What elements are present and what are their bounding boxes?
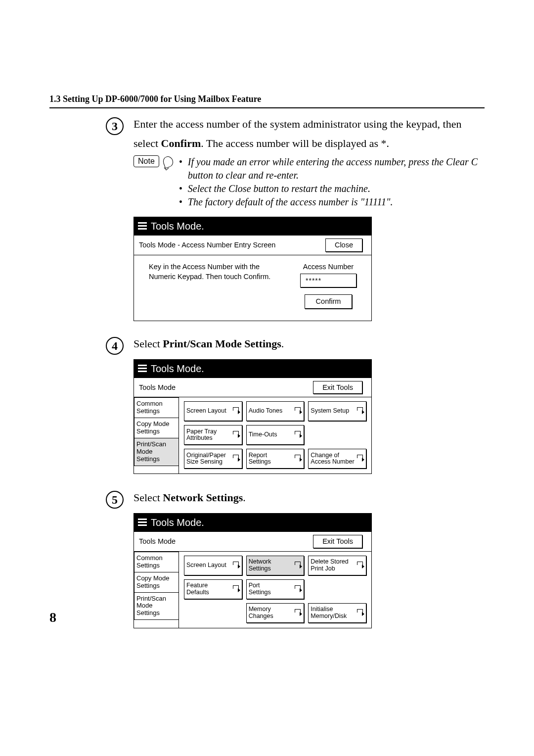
access-number-field[interactable]: *****	[300, 274, 356, 287]
access-number-label: Access Number	[303, 262, 354, 272]
delete-stored-print-job-button[interactable]: Delete StoredPrint Job	[308, 556, 366, 575]
change-of-access-number-button[interactable]: Change ofAccess Number	[308, 449, 366, 469]
tab-print-scan-mode-settings[interactable]: Print/Scan Mode Settings	[134, 593, 178, 620]
paper-tray-attributes-button[interactable]: Paper TrayAttributes	[184, 425, 242, 445]
step-number-3: 3	[106, 117, 124, 135]
tab-common-settings[interactable]: Common Settings	[134, 397, 178, 418]
titlebar: Tools Mode.	[134, 217, 371, 236]
titlebar: Tools Mode.	[134, 360, 371, 378]
note-badge: Note	[134, 155, 159, 167]
breadcrumb: Tools Mode - Access Number Entry Screen	[139, 240, 275, 250]
report-settings-button[interactable]: ReportSettings	[246, 449, 305, 469]
tools-mode-icon	[138, 222, 147, 230]
network-settings-button[interactable]: NetworkSettings	[246, 556, 305, 575]
tab-copy-mode-settings[interactable]: Copy Mode Settings	[134, 572, 178, 593]
initialise-memory-disk-button[interactable]: InitialiseMemory/Disk	[308, 603, 366, 623]
tools-mode-menu-screen-2: Tools Mode. Tools Mode Exit Tools Common…	[134, 513, 372, 628]
breadcrumb: Tools Mode	[139, 537, 176, 546]
original-paper-size-sensing-button[interactable]: Original/PaperSize Sensing	[184, 449, 242, 469]
tab-print-scan-mode-settings[interactable]: Print/Scan Mode Settings	[134, 438, 178, 466]
time-outs-button[interactable]: Time-Outs	[246, 425, 305, 445]
tools-mode-icon	[138, 365, 147, 373]
step4-text: Select Print/Scan Mode Settings.	[134, 337, 485, 351]
tab-copy-mode-settings[interactable]: Copy Mode Settings	[134, 418, 178, 438]
titlebar: Tools Mode.	[134, 514, 371, 532]
page-number: 8	[49, 610, 56, 625]
access-instructions: Key in the Access Number with the Numeri…	[149, 262, 270, 309]
section-rule	[49, 107, 485, 108]
memory-changes-button[interactable]: MemoryChanges	[246, 603, 305, 623]
close-button[interactable]: Close	[325, 238, 362, 252]
step3-line1: Enter the access number of the system ad…	[134, 117, 485, 132]
screen-layout-button[interactable]: Screen Layout	[184, 556, 242, 575]
step3-line2: select Confirm. The access number will b…	[134, 137, 485, 151]
exit-tools-button[interactable]: Exit Tools	[313, 381, 362, 394]
step-number-4: 4	[106, 337, 124, 355]
confirm-button[interactable]: Confirm	[305, 294, 353, 309]
step5-text: Select Network Settings.	[134, 491, 485, 505]
exit-tools-button[interactable]: Exit Tools	[313, 535, 362, 548]
breadcrumb: Tools Mode	[139, 383, 176, 392]
section-header: 1.3 Setting Up DP-6000/7000 for Using Ma…	[49, 94, 485, 104]
step-number-5: 5	[106, 491, 124, 509]
tools-mode-menu-screen-1: Tools Mode. Tools Mode Exit Tools Common…	[134, 359, 372, 474]
tools-mode-access-screen: Tools Mode. Tools Mode - Access Number E…	[134, 217, 372, 321]
system-setup-button[interactable]: System Setup	[308, 401, 366, 421]
port-settings-button[interactable]: PortSettings	[246, 579, 305, 599]
note-pointer-icon	[162, 155, 175, 169]
note-list: •If you made an error while entering the…	[179, 155, 485, 209]
feature-defaults-button[interactable]: FeatureDefaults	[184, 579, 242, 599]
tools-mode-icon	[138, 519, 147, 526]
audio-tones-button[interactable]: Audio Tones	[246, 401, 305, 421]
screen-layout-button[interactable]: Screen Layout	[184, 401, 242, 421]
tab-common-settings[interactable]: Common Settings	[134, 552, 178, 572]
